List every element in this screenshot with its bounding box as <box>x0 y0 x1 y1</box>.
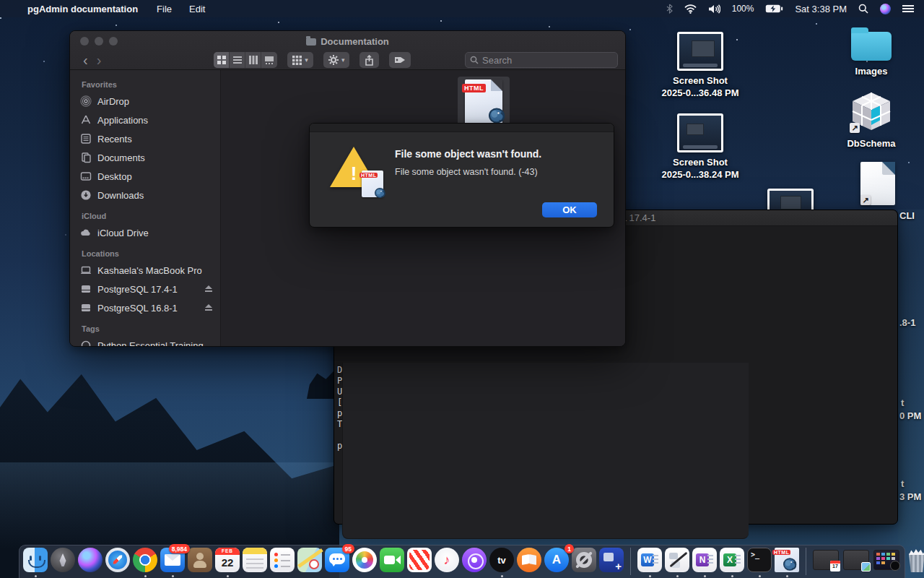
dock-item-maps[interactable] <box>297 548 322 572</box>
dock-item-news[interactable] <box>407 548 432 572</box>
menu-bar-clock[interactable]: Sat 3:38 PM <box>795 4 847 14</box>
share-button[interactable] <box>359 52 379 68</box>
dock-item-diagram-app[interactable] <box>665 548 689 572</box>
dock-item-facetime[interactable] <box>380 548 404 572</box>
dock-item-books[interactable] <box>517 548 541 572</box>
dock-item-music[interactable]: ♪ <box>435 548 459 572</box>
sidebar-label: Applications <box>97 115 148 126</box>
dock-item-reminders[interactable] <box>270 548 295 572</box>
sidebar-item-applications[interactable]: Applications <box>80 111 220 129</box>
folder-icon <box>306 38 316 46</box>
sidebar-item-postgresql-16[interactable]: PostgreSQL 16.8-1 <box>80 298 220 317</box>
icon-view-button[interactable] <box>214 52 230 68</box>
dock-item-launchpad[interactable] <box>51 548 75 572</box>
sidebar-item-desktop[interactable]: Desktop <box>80 167 220 186</box>
alias-arrow-icon: ↗ <box>860 195 871 205</box>
menu-bar[interactable]: pgAdmin documentation File Edit 100% Sat… <box>0 0 924 17</box>
desktop-icon-cli[interactable]: ↗ <box>860 162 895 205</box>
notification-center-icon[interactable] <box>902 4 914 13</box>
dock-item-messages[interactable]: 95 <box>325 548 349 572</box>
dock-item-system-preferences[interactable] <box>572 548 596 572</box>
desktop-label-fragment: 0 PM <box>899 410 921 421</box>
calendar-month: FEB <box>215 548 240 555</box>
dock-item-terminal[interactable]: >_ <box>747 548 772 572</box>
menu-edit[interactable]: Edit <box>189 4 205 14</box>
back-button[interactable]: ‹ <box>79 53 92 67</box>
dock[interactable]: 8,984 FEB22 95 ♪ tv A1 W N X >_ HTML 17 <box>19 545 905 578</box>
dock-item-siri[interactable] <box>78 548 103 572</box>
sidebar-item-airdrop[interactable]: AirDrop <box>80 92 220 111</box>
warning-icon: ! HTML <box>328 145 379 190</box>
menu-file[interactable]: File <box>157 4 172 14</box>
dock-item-chrome[interactable] <box>133 548 157 572</box>
siri-icon[interactable] <box>880 4 891 14</box>
dock-item-photos[interactable] <box>352 548 377 572</box>
dock-item-excel[interactable]: X <box>720 548 744 572</box>
dock-item-finder[interactable] <box>23 548 48 572</box>
dock-item-contacts[interactable] <box>188 548 212 572</box>
dock-item-installer[interactable] <box>599 548 624 572</box>
downloads-icon <box>80 189 92 201</box>
tags-button[interactable] <box>389 52 411 68</box>
desktop-icon-images-folder[interactable]: Images <box>832 26 911 77</box>
chevron-down-icon: ▾ <box>341 56 345 64</box>
desktop-icon-dbschema[interactable]: ↗ DbSchema <box>835 91 907 150</box>
sidebar-section-favorites: Favorites <box>82 80 220 89</box>
app-menu-title[interactable]: pgAdmin documentation <box>27 4 138 14</box>
sidebar-item-macbook[interactable]: Kashaela's MacBook Pro <box>80 261 220 280</box>
list-view-button[interactable] <box>230 52 245 68</box>
sidebar-item-tag[interactable]: Python Essential Training <box>80 336 220 346</box>
sidebar-item-recents[interactable]: Recents <box>80 129 220 148</box>
gallery-view-button[interactable] <box>261 52 277 68</box>
column-view-button[interactable] <box>245 52 261 68</box>
dock-item-podcasts[interactable] <box>462 548 487 572</box>
spotlight-search-icon[interactable] <box>858 4 868 14</box>
dock-minimized-window-1[interactable]: 17 <box>813 548 840 570</box>
eject-icon[interactable] <box>204 285 213 293</box>
desktop-icon-screenshot-2[interactable]: Screen Shot2025-0...38.24 PM <box>653 113 747 181</box>
group-by-button[interactable]: ▾ <box>287 52 313 68</box>
dock-item-calendar[interactable]: FEB22 <box>215 548 240 572</box>
sidebar-item-downloads[interactable]: Downloads <box>80 186 220 204</box>
list-view-icon <box>233 56 242 64</box>
dialog-titlebar <box>310 124 614 132</box>
desktop-label-fragment: 3 PM <box>899 491 921 502</box>
view-mode-segmented-control[interactable] <box>214 52 277 68</box>
dock-item-mail[interactable]: 8,984 <box>160 548 185 572</box>
screenshot-thumbnail <box>677 113 723 152</box>
dock-minimized-window-3[interactable] <box>873 548 901 570</box>
dock-minimized-window-2[interactable] <box>843 548 871 570</box>
search-field[interactable]: Search <box>465 52 618 68</box>
dock-item-notes[interactable] <box>243 548 267 572</box>
battery-icon[interactable] <box>765 4 783 13</box>
running-indicator <box>676 575 679 577</box>
sidebar-item-icloud-drive[interactable]: iCloud Drive <box>80 223 220 242</box>
selected-file-icon: HTML <box>458 77 510 129</box>
laptop-icon <box>80 264 92 276</box>
dock-item-pgadmin-documentation[interactable]: HTML <box>775 548 799 572</box>
ok-button[interactable]: OK <box>542 202 597 217</box>
dock-item-trash[interactable] <box>904 548 924 572</box>
dock-item-onenote[interactable]: N <box>692 548 717 572</box>
trash-icon <box>906 549 924 572</box>
sidebar-item-documents[interactable]: Documents <box>80 148 220 167</box>
sidebar-item-postgresql-17[interactable]: PostgreSQL 17.4-1 <box>80 280 220 298</box>
dock-item-word[interactable]: W <box>637 548 662 572</box>
volume-icon[interactable] <box>708 4 720 14</box>
alert-dialog[interactable]: ! HTML File some object wasn't found. Fi… <box>309 123 614 228</box>
eject-icon[interactable] <box>204 304 213 311</box>
finder-sidebar[interactable]: Favorites AirDrop Applications Recents D… <box>70 70 221 346</box>
running-indicator <box>35 575 37 577</box>
forward-button[interactable]: › <box>92 53 106 67</box>
desktop-icon-screenshot-1[interactable]: Screen Shot2025-0...36.48 PM <box>653 32 747 99</box>
bluetooth-icon[interactable] <box>666 4 673 14</box>
wifi-icon[interactable] <box>684 4 697 14</box>
dock-item-safari[interactable] <box>105 548 130 572</box>
finder-titlebar[interactable]: Documentation ‹ › ▾ ▾ <box>70 31 625 70</box>
dock-item-appstore[interactable]: A1 <box>544 548 569 572</box>
dock-item-appletv[interactable]: tv <box>489 548 514 572</box>
sidebar-label: iCloud Drive <box>97 228 149 238</box>
calendar-overlay: 17 <box>830 561 840 571</box>
action-menu-button[interactable]: ▾ <box>323 52 350 68</box>
sidebar-label: Downloads <box>97 190 144 201</box>
